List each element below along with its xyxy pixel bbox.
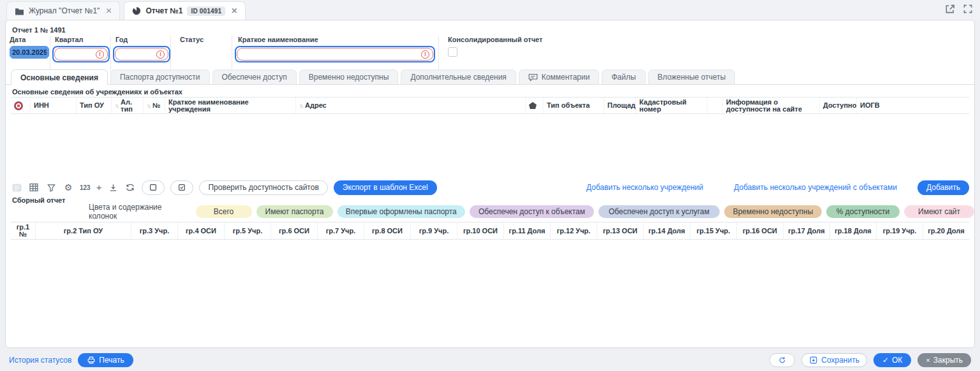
summary-column-header-9: гр.9 Учр. [410,222,457,239]
section-tab-3[interactable]: Временно недоступны [299,69,399,84]
section-tab-6[interactable]: Файлы [602,69,645,84]
id-badge: ID 001491 [187,6,225,16]
quarter-error-icon: ! [96,50,104,59]
legend-pill-3: Обеспечен доступ к объектам [470,205,594,218]
column-header-4[interactable]: ↑↓№ [143,98,165,113]
main-table-header: ИННТип ОУ↑↓Ал. тип↑↓№Краткое наименовани… [11,97,969,114]
download-icon[interactable] [107,182,119,193]
save-button[interactable]: Сохранить [801,353,867,367]
table-toolbar: ⚙ 123 + Проверить доступность сайтов Экс… [11,179,969,196]
cards-icon[interactable] [11,182,22,193]
window-tab-label: Журнал "Отчет №1" [29,6,100,15]
refresh-icon[interactable] [124,182,136,193]
year-label: Год [113,36,172,43]
footer-bar: История статусов Печать Сохранить ✓ ОК ×… [0,349,980,371]
section-tab-label: Комментарии [542,73,590,82]
open-in-new-icon[interactable] [944,3,956,15]
section-tab-5[interactable]: Комментарии [519,69,600,84]
short-name-label: Краткое наименование [235,36,438,43]
consolidated-checkbox[interactable] [448,47,457,57]
add-button[interactable]: Добавить [917,180,969,195]
status-history-link[interactable]: История статусов [9,356,71,365]
section-tab-1[interactable]: Паспорта доступности [110,69,210,84]
date-label: Дата [10,36,49,43]
add-many-institutions-objects-link[interactable]: Добавить несколько учреждений с объектам… [734,183,897,192]
column-label: Ал. тип [121,99,140,113]
print-button[interactable]: Печать [78,353,133,367]
summary-column-header-20: гр.20 Доля [923,222,969,239]
numbers-icon[interactable]: 123 [80,184,91,191]
window-tab-label: Отчет №1 [145,6,182,15]
section-tab-7[interactable]: Вложенные отчеты [648,69,736,84]
short-name-input[interactable] [237,48,433,61]
summary-column-header-16: гр.16 ОСИ [736,222,783,239]
column-header-1: ИНН [30,98,76,113]
square-select-icon[interactable] [142,180,165,195]
summary-column-header-17: гр.17 Доля [783,222,829,239]
close-tab-icon[interactable]: ✕ [105,6,112,15]
column-label: Кадастровый номер [639,99,704,113]
legend-pill-0: Всего [196,205,252,218]
window-tab-1[interactable]: Отчет №1ID 001491✕ [124,1,246,20]
grid-icon[interactable] [28,182,40,193]
column-header-9: Площадь [604,98,635,113]
column-header-5: Краткое наименование учреждения [165,98,295,113]
status-field-group: Статус [170,36,232,71]
close-button[interactable]: × Закрыть [917,353,971,367]
column-header-14: ИОГВ [856,98,969,113]
plus-icon[interactable]: + [96,183,102,192]
column-header-6[interactable]: ↑↓Адрес [295,98,525,113]
column-label: Адрес [305,102,327,109]
window-corner-actions [944,3,974,15]
sort-icon[interactable]: ↑↓ [299,103,302,109]
legend-pill-7: Имеют сайт [904,205,974,218]
window-tab-0[interactable]: Журнал "Отчет №1"✕ [6,1,120,20]
summary-table-header: гр.1 №гр.2 Тип ОУгр.3 Учр.гр.4 ОСИгр.5 У… [11,222,969,240]
fullscreen-icon[interactable] [962,3,974,15]
report-panel: Отчет 1 № 1491 Дата Квартал ! Год ! Стат… [5,20,975,348]
section-tab-label: Дополнительные сведения [410,73,506,82]
legend-pill-5: Временно недоступны [724,205,822,218]
summary-column-header-3: гр.3 Учр. [131,222,177,239]
folder-icon [15,7,24,15]
short-name-field-group: Краткое наименование ! [232,36,438,71]
column-status-circle-icon [707,98,722,113]
section-tab-4[interactable]: Дополнительные сведения [401,69,516,84]
section-tab-2[interactable]: Обеспечен доступ [212,69,297,84]
check-icon: ✓ [882,356,889,365]
column-header-3[interactable]: ↑↓Ал. тип [111,98,143,113]
close-icon: × [926,356,930,364]
close-tab-icon[interactable]: ✕ [231,6,237,15]
column-label: ИНН [34,102,49,109]
sort-icon[interactable]: ↑↓ [115,103,118,109]
section-tab-label: Обеспечен доступ [222,73,287,82]
column-label: Информация о доступности на сайте [726,99,816,113]
report-title: Отчет 1 № 1491 [12,26,66,34]
export-excel-button[interactable]: Экспорт в шаблон Excel [334,180,437,195]
add-many-institutions-link[interactable]: Добавить несколько учреждений [586,183,703,192]
summary-column-header-19: гр.19 Учр. [876,222,923,239]
checkbox-select-icon[interactable] [170,180,193,195]
ok-button[interactable]: ✓ ОК [873,353,911,367]
date-input[interactable] [10,46,49,59]
check-sites-button[interactable]: Проверить доступность сайтов [199,180,327,195]
date-field-group: Дата [10,36,49,71]
summary-title: Сборный отчет [12,196,65,204]
gear-icon[interactable]: ⚙ [63,182,74,193]
summary-column-header-14: гр.14 Доля [643,222,690,239]
refresh-form-button[interactable] [769,353,795,367]
section-tab-0[interactable]: Основные сведения [11,69,108,85]
column-target-icon [11,98,30,113]
refresh-icon [778,356,786,365]
legend-label: Цвета и содержание колонок [89,203,190,221]
filter-icon[interactable] [45,182,57,193]
sort-icon[interactable]: ↑↓ [147,103,150,109]
consolidated-label: Консолидированный отчет [448,36,579,43]
status-label: Статус [180,36,232,43]
legend-pill-2: Впервые оформлены паспорта [338,205,465,218]
year-field-group: Год ! [110,36,172,71]
legend-pill-4: Обеспечен доступ к услугам [598,205,720,218]
summary-column-header-7: гр.7 Учр. [317,222,364,239]
column-building-icon [525,98,543,113]
column-label: Доступно [823,102,856,109]
